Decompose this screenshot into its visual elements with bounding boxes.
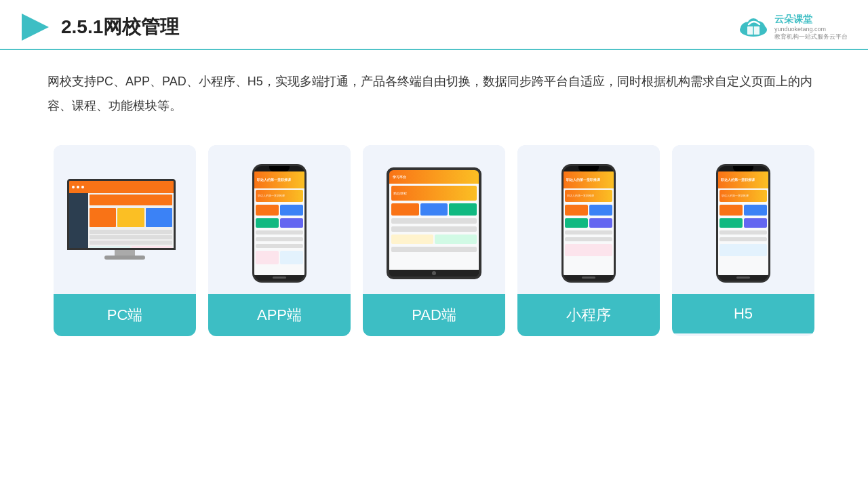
card-miniprogram: 职达人的第一堂职推课 职达人的第一堂职推课 — [517, 145, 660, 336]
card-pad-image: 学习平台 精品课程 — [363, 145, 505, 294]
logo-text-area: 云朵课堂 yunduoketang.com 教育机构一站式服务云平台 — [774, 14, 848, 41]
card-pc: PC端 — [54, 145, 196, 336]
description-text: 网校支持PC、APP、PAD、小程序、H5，实现多端打通，产品各终端自由切换，数… — [0, 50, 868, 125]
logo-area: 云朵课堂 yunduoketang.com 教育机构一站式服务云平台 — [736, 14, 848, 41]
description-content: 网校支持PC、APP、PAD、小程序、H5，实现多端打通，产品各终端自由切换，数… — [47, 69, 821, 118]
pad-device: 学习平台 精品课程 — [387, 167, 481, 279]
logo-tagline: 教育机构一站式服务云平台 — [774, 33, 848, 41]
page-title: 2.5.1网校管理 — [61, 14, 179, 40]
h5-device: 职达人的第一堂职推课 职达人的第一堂职推课 — [716, 164, 770, 283]
play-icon — [20, 12, 50, 42]
card-app: 职达人的第一堂职推课 职达人的第一堂职推课 — [208, 145, 351, 336]
logo-image: 云朵课堂 yunduoketang.com 教育机构一站式服务云平台 — [736, 14, 848, 41]
header-left: 2.5.1网校管理 — [20, 12, 179, 42]
card-h5: 职达人的第一堂职推课 职达人的第一堂职推课 — [672, 145, 814, 336]
logo-name: 云朵课堂 — [774, 14, 848, 26]
card-app-label: APP端 — [208, 294, 351, 336]
miniprogram-device: 职达人的第一堂职推课 职达人的第一堂职推课 — [561, 164, 616, 283]
card-pad-label: PAD端 — [363, 294, 505, 336]
card-pad: 学习平台 精品课程 — [363, 145, 505, 336]
card-pc-label: PC端 — [54, 294, 196, 336]
card-miniprogram-label: 小程序 — [517, 294, 660, 336]
card-pc-image — [54, 145, 196, 294]
card-miniprogram-image: 职达人的第一堂职推课 职达人的第一堂职推课 — [517, 145, 660, 294]
cards-container: PC端 职达人的第一堂职推课 职达人的第一堂职推课 — [0, 131, 868, 350]
app-device: 职达人的第一堂职推课 职达人的第一堂职推课 — [252, 164, 307, 283]
svg-marker-0 — [22, 14, 49, 41]
cloud-icon — [736, 15, 770, 39]
card-app-image: 职达人的第一堂职推课 职达人的第一堂职推课 — [208, 145, 351, 294]
card-h5-image: 职达人的第一堂职推课 职达人的第一堂职推课 — [672, 145, 814, 294]
page-header: 2.5.1网校管理 云朵课堂 yunduoketang.com 教育机构一站式服… — [0, 0, 868, 50]
pc-device — [67, 179, 182, 267]
logo-domain: yunduoketang.com — [774, 26, 848, 33]
card-h5-label: H5 — [672, 294, 814, 333]
